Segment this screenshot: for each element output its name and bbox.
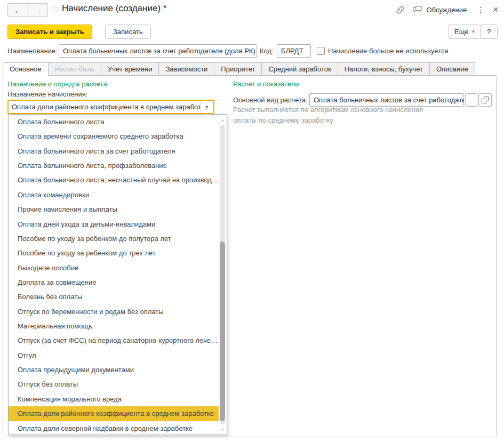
dropdown-item[interactable]: Оплата предыдущими документами bbox=[9, 363, 219, 377]
dropdown-item[interactable]: Оплата больничного листа за счет работод… bbox=[9, 144, 219, 158]
dropdown-item[interactable]: Материальная помощь bbox=[9, 319, 219, 333]
purpose-section-title: Назначение и порядок расчета bbox=[7, 80, 107, 88]
tab-6[interactable]: Налоги, взносы, бухучет bbox=[338, 62, 430, 76]
dropdown-items: Оплата больничного листаОплата времени с… bbox=[9, 115, 219, 435]
purpose-label: Назначение начисления: bbox=[7, 90, 87, 98]
dropdown-item[interactable]: Оплата больничного листа bbox=[9, 115, 219, 129]
dropdown-item[interactable]: Оплата времени сохраняемого среднего зар… bbox=[9, 129, 219, 143]
page-title: Начисление (создание) * bbox=[62, 3, 166, 14]
dropdown-item[interactable]: Пособие по уходу за ребенком до трех лет bbox=[9, 246, 219, 260]
dropdown-item[interactable]: Пособие по уходу за ребенком до полутора… bbox=[9, 231, 219, 246]
dropdown-item[interactable]: Отпуск без оплаты bbox=[9, 377, 219, 391]
tab-2[interactable]: Учет времени bbox=[101, 62, 159, 76]
tab-5[interactable]: Средний заработок bbox=[262, 62, 338, 76]
nav-button-group: ← → bbox=[7, 3, 48, 17]
help-button[interactable]: ? bbox=[480, 25, 498, 39]
dropdown-item[interactable]: Оплата доли северной надбавки в среднем … bbox=[9, 421, 219, 435]
code-input[interactable]: БЛРДТ bbox=[277, 44, 311, 58]
favorite-star-icon[interactable]: ☆ bbox=[51, 2, 60, 15]
dropdown-item[interactable]: Болезнь без оплаты bbox=[9, 290, 219, 304]
dropdown-item[interactable]: Доплата за совмещение bbox=[9, 275, 219, 290]
back-icon[interactable]: ← bbox=[8, 4, 28, 17]
combobox-dropdown-icon[interactable]: ▼ bbox=[200, 101, 213, 113]
tab-7[interactable]: Описание bbox=[430, 62, 475, 76]
more-button-label: Еще bbox=[454, 28, 468, 36]
tab-0[interactable]: Основное bbox=[3, 62, 49, 76]
calc-open-icon[interactable] bbox=[478, 93, 492, 107]
save-and-close-button[interactable]: Записать и закрыть bbox=[7, 25, 92, 39]
discussion-icon[interactable] bbox=[412, 4, 423, 15]
scroll-up-icon[interactable]: ▲ bbox=[219, 116, 227, 124]
dropdown-item[interactable]: Оплата больничного листа, несчастный слу… bbox=[9, 173, 219, 187]
dropdown-item[interactable]: Выходное пособие bbox=[9, 261, 219, 275]
calc-hint-text: Расчет выполняется по алгоритмам основно… bbox=[233, 105, 423, 126]
dropdown-item[interactable]: Оплата командировки bbox=[9, 188, 219, 202]
save-button[interactable]: Записать bbox=[105, 25, 151, 39]
discussion-label[interactable]: Обсуждение bbox=[427, 6, 467, 14]
code-label: Код: bbox=[260, 47, 274, 55]
calc-label: Основной вид расчета: bbox=[233, 96, 308, 104]
forward-icon: → bbox=[28, 4, 47, 17]
purpose-dropdown-list: Оплата больничного листаОплата времени с… bbox=[8, 114, 227, 435]
calc-choose-button[interactable]: ... bbox=[465, 93, 477, 107]
name-input[interactable]: Оплата больничных листов за счет работод… bbox=[59, 44, 257, 58]
dropdown-item[interactable]: Прочие начисления и выплаты bbox=[9, 202, 219, 216]
dropdown-item[interactable]: Оплата доли районного коэффициента в сре… bbox=[9, 406, 219, 421]
dropdown-item[interactable]: Оплата дней ухода за детьми-инвалидами bbox=[9, 217, 219, 231]
more-menu-icon[interactable]: ⋮ bbox=[476, 5, 485, 15]
calc-hint-line1: Расчет выполняется по алгоритмам основно… bbox=[233, 105, 423, 115]
name-label: Наименование: bbox=[7, 47, 58, 55]
dropdown-item[interactable]: Отгул bbox=[9, 348, 219, 363]
tab-bar: ОсновноеРасчет базыУчет времениЗависимос… bbox=[3, 62, 475, 76]
scrollbar-track[interactable] bbox=[220, 125, 225, 424]
not-used-label[interactable]: Начисление больше не используется bbox=[328, 47, 448, 55]
dropdown-item[interactable]: Оплата больничного листа, профзаболевани… bbox=[9, 158, 219, 173]
scroll-down-icon[interactable]: ▼ bbox=[219, 425, 227, 433]
tab-1: Расчет базы bbox=[49, 62, 102, 76]
tab-3[interactable]: Зависимости bbox=[159, 62, 214, 76]
calc-section-title: Расчет и показатели bbox=[233, 80, 299, 88]
link-icon[interactable] bbox=[395, 4, 406, 15]
calc-hint-line2: оплаты по среднему заработку bbox=[233, 115, 423, 126]
dropdown-scrollbar[interactable]: ▲ ▼ bbox=[219, 115, 227, 435]
scrollbar-thumb[interactable] bbox=[220, 242, 225, 421]
tab-4[interactable]: Приоритет bbox=[214, 62, 262, 76]
close-icon[interactable]: ✕ bbox=[492, 5, 499, 14]
dropdown-item[interactable]: Отпуск по беременности и родам без оплат… bbox=[9, 304, 219, 319]
window-accrual-create: ← → ☆ Начисление (создание) * Обсуждение… bbox=[0, 0, 504, 442]
dropdown-item[interactable]: Компенсация морального вреда bbox=[9, 392, 219, 406]
more-button[interactable]: Еще ▼ bbox=[449, 25, 481, 39]
purpose-combobox-value[interactable]: Оплата доли районного коэффициента в сре… bbox=[9, 101, 200, 113]
chevron-down-icon: ▼ bbox=[471, 29, 475, 34]
purpose-combobox[interactable]: Оплата доли районного коэффициента в сре… bbox=[7, 100, 214, 114]
dropdown-item[interactable]: Отпуск (за счет ФСС) на период санаторно… bbox=[9, 333, 219, 348]
not-used-checkbox[interactable] bbox=[317, 47, 325, 55]
